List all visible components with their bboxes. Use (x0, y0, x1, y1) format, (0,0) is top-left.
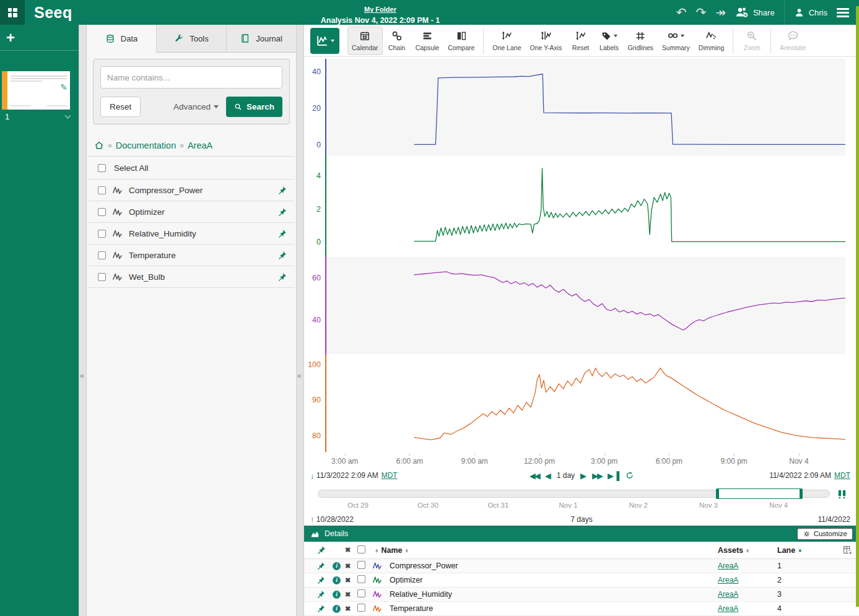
remove-column-icon[interactable]: ✖ (345, 546, 357, 554)
remove-icon[interactable]: ✖ (345, 562, 357, 570)
summary-button[interactable]: Summary (658, 27, 694, 55)
remove-icon[interactable]: ✖ (345, 591, 357, 599)
lane-column-header[interactable]: Lane ▲ (777, 546, 813, 555)
remove-icon[interactable]: ✖ (345, 576, 357, 584)
new-worksheet-button[interactable]: + (6, 30, 15, 45)
range-start[interactable]: 11/3/2022 2:09 AM (316, 471, 378, 480)
info-icon[interactable]: i (333, 576, 341, 584)
search-button[interactable]: Search (226, 97, 282, 117)
info-icon[interactable]: i (333, 591, 341, 599)
item-checkbox[interactable] (98, 273, 106, 281)
collapse-left-icon[interactable]: « (297, 371, 302, 380)
signal-list-item[interactable]: Temperature (89, 245, 294, 266)
tab-data[interactable]: Data (87, 25, 157, 53)
lane-plot[interactable] (325, 156, 845, 257)
customize-button[interactable]: Customize (797, 528, 853, 540)
asset-link[interactable]: AreaA (718, 604, 738, 613)
redo-button[interactable]: ↷ (695, 6, 706, 19)
reset-lanes-button[interactable]: Reset (566, 27, 595, 55)
item-checkbox[interactable] (98, 230, 106, 238)
collapse-left-icon[interactable]: « (80, 371, 84, 380)
name-column-header[interactable]: ▲▼Name▲▼ (372, 546, 718, 555)
item-checkbox[interactable] (98, 251, 106, 259)
dimming-button[interactable]: Dimming (694, 27, 728, 55)
info-icon[interactable]: i (333, 605, 341, 613)
undo-button[interactable]: ↶ (676, 6, 687, 19)
pin-icon[interactable] (277, 251, 287, 260)
row-checkbox[interactable] (357, 604, 365, 612)
details-row[interactable]: i ✖ Relative_Humidity AreaA 3 (304, 588, 859, 602)
signal-list-item[interactable]: Optimizer (89, 201, 294, 223)
details-row[interactable]: i ✖ Optimizer AreaA 2 (304, 573, 859, 588)
details-row[interactable]: i ✖ Temperature AreaA 4 (304, 602, 859, 616)
home-icon[interactable] (94, 141, 104, 150)
pin-icon[interactable] (316, 576, 325, 584)
scrubber-selection[interactable] (717, 488, 801, 499)
step-forward-button[interactable]: ▶ (580, 472, 586, 480)
add-column-icon[interactable] (842, 545, 853, 555)
timezone-link[interactable]: MDT (834, 471, 850, 480)
signal-list-item[interactable]: Wet_Bulb (89, 266, 294, 288)
app-grid-button[interactable] (0, 0, 25, 25)
reset-button[interactable]: Reset (100, 97, 141, 117)
timezone-link[interactable]: MDT (382, 471, 398, 480)
calendar-button[interactable]: Calendar (347, 27, 383, 55)
advanced-toggle[interactable]: Advanced (173, 102, 219, 111)
share-button[interactable]: Share (735, 6, 775, 19)
my-folder-link[interactable]: My Folder (364, 6, 396, 13)
data-panel-collapse-strip[interactable]: « (296, 25, 304, 616)
tab-journal[interactable]: Journal (227, 25, 296, 53)
lane-optimizer[interactable]: 024 (304, 156, 859, 257)
lane-plot[interactable] (325, 257, 845, 354)
pin-icon[interactable] (316, 604, 325, 613)
pin-icon[interactable] (277, 186, 287, 195)
range-end[interactable]: 11/4/2022 2:09 AM (769, 471, 831, 480)
select-all-checkbox[interactable] (98, 164, 106, 172)
pin-icon[interactable] (277, 229, 287, 238)
pin-column-icon[interactable] (316, 545, 326, 555)
range-duration[interactable]: 1 day (557, 471, 575, 480)
user-menu[interactable]: Chris (794, 7, 827, 18)
step-back-button[interactable]: ◀ (545, 472, 551, 480)
row-checkbox[interactable] (357, 589, 365, 597)
chart-type-button[interactable] (310, 28, 339, 54)
step-forward-much-button[interactable]: ▶▶ (592, 472, 602, 480)
assets-column-header[interactable]: Assets▲▼ (718, 546, 777, 555)
refresh-icon[interactable] (625, 471, 634, 480)
lane-relative-humidity[interactable]: 4060 (304, 257, 859, 354)
item-checkbox[interactable] (98, 208, 106, 216)
row-checkbox[interactable] (357, 561, 365, 569)
lane-plot[interactable] (325, 59, 845, 156)
scrubber-track[interactable] (318, 490, 830, 498)
step-to-end-button[interactable]: ▶▐ (608, 472, 619, 480)
one-y-axis-button[interactable]: One Y-Axis (525, 27, 566, 55)
lane-compressor-power[interactable]: 02040 (304, 59, 859, 156)
pin-icon[interactable] (277, 272, 287, 282)
investigate-end-date[interactable]: 11/4/2022 (818, 515, 851, 524)
tab-tools[interactable]: Tools (157, 25, 227, 53)
remove-icon[interactable]: ✖ (345, 605, 357, 613)
chain-button[interactable]: Chain (383, 27, 411, 55)
breadcrumb-documentation[interactable]: Documentation (116, 141, 177, 150)
compare-button[interactable]: Compare (443, 27, 479, 55)
asset-link[interactable]: AreaA (718, 590, 738, 599)
info-icon[interactable]: i (333, 562, 341, 570)
worksheet-chevron-down-icon[interactable] (63, 112, 72, 121)
redo-all-button[interactable]: ↠ (715, 6, 726, 19)
trend-chart[interactable]: 02040 024 4060 8090100 (304, 57, 859, 452)
select-all-rows-checkbox[interactable] (357, 545, 365, 553)
investigate-span[interactable]: 7 days (570, 515, 592, 524)
investigate-start-date[interactable]: 10/28/2022 (316, 515, 354, 524)
capsule-button[interactable]: Capsule (411, 27, 444, 55)
search-input[interactable] (100, 66, 282, 89)
signal-list-item[interactable]: Relative_Humidity (89, 223, 294, 245)
gridlines-button[interactable]: Gridlines (623, 27, 657, 55)
item-checkbox[interactable] (98, 186, 106, 194)
scrubber-tool-icon[interactable] (836, 488, 848, 500)
breadcrumb-areaa[interactable]: AreaA (188, 141, 212, 150)
signal-list-item[interactable]: Compressor_Power (89, 180, 294, 201)
hamburger-menu[interactable] (837, 8, 849, 17)
lane-temperature[interactable]: 8090100 (304, 354, 859, 452)
asset-link[interactable]: AreaA (718, 576, 738, 584)
x-axis[interactable]: 3:00 am6:00 am9:00 am12:00 pm3:00 pm6:00… (326, 453, 845, 468)
